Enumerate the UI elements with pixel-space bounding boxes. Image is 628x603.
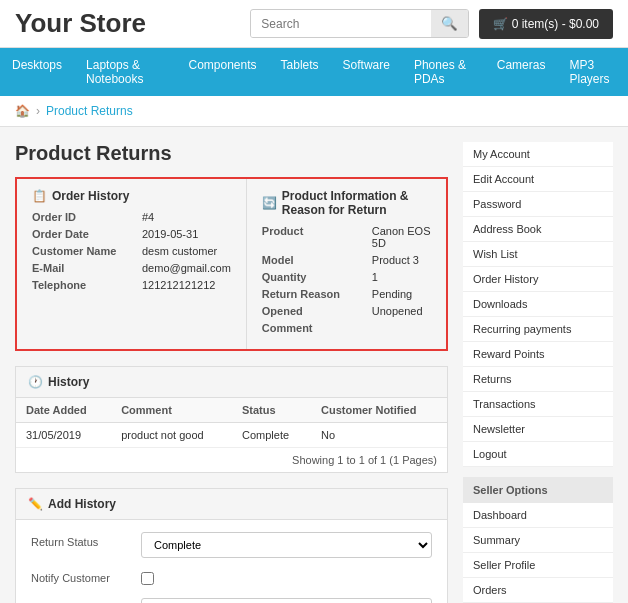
comment-label: Comment bbox=[31, 598, 141, 603]
return-status-label: Return Status bbox=[31, 532, 141, 548]
product-field-value: Pending bbox=[372, 288, 412, 300]
nav-item-phones---pdas[interactable]: Phones & PDAs bbox=[402, 48, 485, 96]
product-field-row: Comment bbox=[262, 322, 431, 334]
table-cell-notified: No bbox=[311, 423, 447, 448]
order-field-row: Customer Namedesm customer bbox=[32, 245, 231, 257]
order-field-value: desm customer bbox=[142, 245, 217, 257]
notify-row: Notify Customer bbox=[31, 568, 432, 588]
nav-item-components[interactable]: Components bbox=[177, 48, 269, 96]
seller-link[interactable]: Dashboard bbox=[473, 509, 603, 521]
table-cell-date: 31/05/2019 bbox=[16, 423, 111, 448]
search-bar: 🔍 bbox=[250, 9, 469, 38]
seller-item-seller-profile[interactable]: Seller Profile bbox=[463, 553, 613, 578]
breadcrumb-sep: › bbox=[36, 104, 40, 118]
history-col-header: Customer Notified bbox=[311, 398, 447, 423]
sidebar-link[interactable]: Reward Points bbox=[473, 348, 603, 360]
product-field-row: OpenedUnopened bbox=[262, 305, 431, 317]
sidebar-link[interactable]: Password bbox=[473, 198, 603, 210]
seller-item-orders[interactable]: Orders bbox=[463, 578, 613, 603]
history-col-header: Comment bbox=[111, 398, 232, 423]
order-field-value: 2019-05-31 bbox=[142, 228, 198, 240]
nav-item-tablets[interactable]: Tablets bbox=[269, 48, 331, 96]
seller-link[interactable]: Summary bbox=[473, 534, 603, 546]
main-nav: DesktopsLaptops & NotebooksComponentsTab… bbox=[0, 48, 628, 96]
order-field-row: Order Date2019-05-31 bbox=[32, 228, 231, 240]
seller-item-dashboard[interactable]: Dashboard bbox=[463, 503, 613, 528]
sidebar-link[interactable]: Address Book bbox=[473, 223, 603, 235]
order-field-label: Order ID bbox=[32, 211, 142, 223]
sidebar-item-newsletter[interactable]: Newsletter bbox=[463, 417, 613, 442]
product-field-label: Comment bbox=[262, 322, 372, 334]
sidebar-item-address-book[interactable]: Address Book bbox=[463, 217, 613, 242]
product-fields: ProductCanon EOS 5DModelProduct 3Quantit… bbox=[262, 225, 431, 334]
seller-link[interactable]: Seller Profile bbox=[473, 559, 603, 571]
breadcrumb-link[interactable]: Product Returns bbox=[46, 104, 133, 118]
sidebar-link[interactable]: Wish List bbox=[473, 248, 603, 260]
sidebar-item-returns[interactable]: Returns bbox=[463, 367, 613, 392]
sidebar-item-reward-points[interactable]: Reward Points bbox=[463, 342, 613, 367]
table-cell-status: Complete bbox=[232, 423, 311, 448]
history-table: Date AddedCommentStatusCustomer Notified… bbox=[16, 398, 447, 448]
return-status-control: CompletePendingAwaiting Products bbox=[141, 532, 432, 558]
sidebar-item-recurring-payments[interactable]: Recurring payments bbox=[463, 317, 613, 342]
search-button[interactable]: 🔍 bbox=[431, 10, 468, 37]
home-icon[interactable]: 🏠 bbox=[15, 104, 30, 118]
seller-link[interactable]: Orders bbox=[473, 584, 603, 596]
sidebar-item-transactions[interactable]: Transactions bbox=[463, 392, 613, 417]
order-icon: 📋 bbox=[32, 189, 47, 203]
product-field-row: Quantity1 bbox=[262, 271, 431, 283]
sidebar-link[interactable]: Returns bbox=[473, 373, 603, 385]
sidebar-link[interactable]: Edit Account bbox=[473, 173, 603, 185]
nav-item-laptops---notebooks[interactable]: Laptops & Notebooks bbox=[74, 48, 176, 96]
sidebar-item-password[interactable]: Password bbox=[463, 192, 613, 217]
order-field-label: Order Date bbox=[32, 228, 142, 240]
nav-item-software[interactable]: Software bbox=[331, 48, 402, 96]
return-status-select[interactable]: CompletePendingAwaiting Products bbox=[141, 532, 432, 558]
history-col-header: Status bbox=[232, 398, 311, 423]
order-field-label: Customer Name bbox=[32, 245, 142, 257]
product-field-value: Canon EOS 5D bbox=[372, 225, 431, 249]
sidebar-item-order-history[interactable]: Order History bbox=[463, 267, 613, 292]
seller-item-summary[interactable]: Summary bbox=[463, 528, 613, 553]
search-input[interactable] bbox=[251, 11, 431, 37]
sidebar-item-wish-list[interactable]: Wish List bbox=[463, 242, 613, 267]
order-field-label: Telephone bbox=[32, 279, 142, 291]
order-history-panel: 📋 Order History Order ID#4Order Date2019… bbox=[17, 179, 246, 349]
table-cell-comment: product not good bbox=[111, 423, 232, 448]
sidebar-item-downloads[interactable]: Downloads bbox=[463, 292, 613, 317]
seller-sidebar-heading: Seller Options bbox=[463, 477, 613, 503]
sidebar-link[interactable]: Transactions bbox=[473, 398, 603, 410]
nav-item-mp--players[interactable]: MP3 Players bbox=[557, 48, 628, 96]
add-history-section: ✏️ Add History Return Status CompletePen… bbox=[15, 488, 448, 603]
order-field-value: #4 bbox=[142, 211, 154, 223]
sidebar-link[interactable]: Order History bbox=[473, 273, 603, 285]
main-area: Product Returns 📋 Order History Order ID… bbox=[0, 127, 628, 603]
order-field-label: E-Mail bbox=[32, 262, 142, 274]
order-history-title: 📋 Order History bbox=[32, 189, 231, 203]
sidebar-link[interactable]: Logout bbox=[473, 448, 603, 460]
sidebar-link[interactable]: My Account bbox=[473, 148, 603, 160]
sidebar-link[interactable]: Downloads bbox=[473, 298, 603, 310]
product-icon: 🔄 bbox=[262, 196, 277, 210]
breadcrumb: 🏠 › Product Returns bbox=[0, 96, 628, 127]
history-col-header: Date Added bbox=[16, 398, 111, 423]
cart-button[interactable]: 🛒 0 item(s) - $0.00 bbox=[479, 9, 613, 39]
sidebar-item-my-account[interactable]: My Account bbox=[463, 142, 613, 167]
sidebar: My AccountEdit AccountPasswordAddress Bo… bbox=[463, 142, 613, 603]
nav-item-cameras[interactable]: Cameras bbox=[485, 48, 558, 96]
edit-icon: ✏️ bbox=[28, 497, 43, 511]
sidebar-item-edit-account[interactable]: Edit Account bbox=[463, 167, 613, 192]
return-status-row: Return Status CompletePendingAwaiting Pr… bbox=[31, 532, 432, 558]
product-field-row: ProductCanon EOS 5D bbox=[262, 225, 431, 249]
notify-checkbox[interactable] bbox=[141, 572, 154, 585]
sidebar-link[interactable]: Newsletter bbox=[473, 423, 603, 435]
sidebar-item-logout[interactable]: Logout bbox=[463, 442, 613, 467]
product-field-label: Model bbox=[262, 254, 372, 266]
add-history-body: Return Status CompletePendingAwaiting Pr… bbox=[16, 520, 447, 603]
product-field-label: Opened bbox=[262, 305, 372, 317]
nav-item-desktops[interactable]: Desktops bbox=[0, 48, 74, 96]
comment-textarea[interactable] bbox=[141, 598, 432, 603]
search-icon: 🔍 bbox=[441, 16, 458, 31]
cart-label: 0 item(s) - $0.00 bbox=[512, 17, 599, 31]
sidebar-link[interactable]: Recurring payments bbox=[473, 323, 603, 335]
